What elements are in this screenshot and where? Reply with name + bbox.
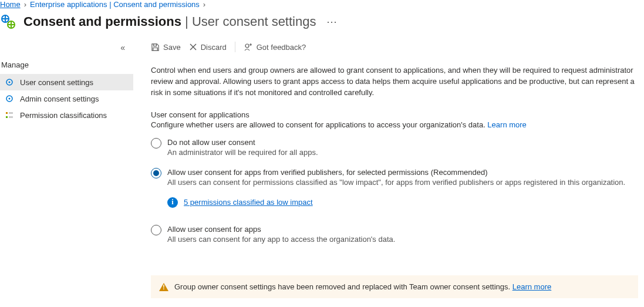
sidebar-item-label: User consent settings (20, 78, 93, 87)
chevron-right-icon: › (203, 0, 205, 9)
page-title-row: Consent and permissions | User consent s… (0, 12, 644, 42)
page-title-main: Consent and permissions (23, 14, 181, 29)
svg-rect-11 (9, 116, 13, 118)
page-description: Control when end users and group owners … (151, 65, 638, 110)
toolbar-separator (235, 42, 235, 52)
radio-icon (151, 168, 161, 178)
close-icon (189, 43, 197, 51)
sidebar-item-admin-consent-settings[interactable]: Admin consent settings (0, 90, 133, 107)
radio-allow-verified[interactable]: Allow user consent for apps from verifie… (151, 165, 638, 195)
radio-label: Allow user consent for apps from verifie… (167, 167, 625, 178)
main-content: Save Discard Got feedback? Control when … (133, 42, 644, 307)
low-impact-permissions-link[interactable]: 5 permissions classified as low impact (184, 198, 313, 207)
learn-more-link[interactable]: Learn more (487, 120, 526, 129)
warning-icon (159, 283, 168, 291)
radio-label: Allow user consent for apps (167, 224, 395, 235)
consent-permissions-icon (0, 14, 16, 30)
svg-rect-8 (6, 112, 8, 114)
sidebar-item-label: Permission classifications (20, 111, 107, 120)
toolbar: Save Discard Got feedback? (151, 42, 638, 65)
breadcrumb: Home › Enterprise applications | Consent… (0, 0, 644, 12)
sidebar-item-permission-classifications[interactable]: Permission classifications (0, 107, 133, 123)
section-title: User consent for applications (151, 110, 638, 120)
low-impact-info: i 5 permissions classified as low impact (151, 195, 638, 222)
page-title-separator: | (181, 14, 192, 29)
sidebar-section-header: Manage (0, 58, 133, 74)
gear-icon (5, 94, 14, 103)
feedback-label: Got feedback? (257, 43, 306, 52)
svg-point-3 (10, 23, 12, 26)
svg-point-5 (9, 82, 11, 83)
svg-point-7 (9, 98, 11, 100)
save-button[interactable]: Save (151, 43, 181, 52)
feedback-icon (244, 42, 253, 52)
feedback-button[interactable]: Got feedback? (244, 42, 306, 52)
collapse-sidebar-button[interactable]: « (117, 42, 129, 53)
radio-icon (151, 225, 161, 235)
save-label: Save (163, 43, 181, 52)
chevron-right-icon: › (24, 0, 26, 9)
save-icon (151, 43, 160, 52)
svg-rect-9 (6, 116, 8, 118)
svg-rect-10 (9, 112, 13, 114)
banner-content: Group owner consent settings have been r… (174, 282, 551, 291)
radio-help-text: All users can consent for permissions cl… (167, 178, 625, 187)
radio-help-text: An administrator will be required for al… (167, 148, 318, 157)
radio-allow-all[interactable]: Allow user consent for apps All users ca… (151, 222, 638, 261)
discard-label: Discard (201, 43, 227, 52)
gear-icon (5, 77, 14, 87)
section-subtitle: Configure whether users are allowed to c… (151, 120, 638, 135)
page-title: Consent and permissions | User consent s… (23, 14, 316, 29)
more-actions-button[interactable]: ··· (323, 16, 340, 28)
banner-learn-more-link[interactable]: Learn more (512, 282, 551, 291)
svg-point-12 (245, 44, 249, 48)
breadcrumb-item-parent[interactable]: Enterprise applications | Consent and pe… (30, 0, 200, 9)
svg-point-1 (4, 18, 6, 20)
radio-icon (151, 138, 161, 149)
radio-do-not-allow[interactable]: Do not allow user consent An administrat… (151, 135, 638, 165)
sidebar-item-user-consent-settings[interactable]: User consent settings (0, 74, 133, 90)
radio-help-text: All users can consent for any app to acc… (167, 235, 395, 244)
sidebar-item-label: Admin consent settings (20, 95, 99, 103)
breadcrumb-item-home[interactable]: Home (0, 0, 21, 9)
warning-banner: Group owner consent settings have been r… (151, 275, 638, 298)
sidebar: « Manage User consent settings Admin con… (0, 42, 133, 307)
page-title-sub: User consent settings (192, 14, 316, 29)
classification-icon (5, 110, 14, 120)
info-icon: i (167, 197, 178, 208)
banner-text: Group owner consent settings have been r… (174, 282, 512, 291)
radio-label: Do not allow user consent (167, 137, 318, 148)
section-subtitle-text: Configure whether users are allowed to c… (151, 120, 487, 129)
discard-button[interactable]: Discard (189, 43, 227, 52)
